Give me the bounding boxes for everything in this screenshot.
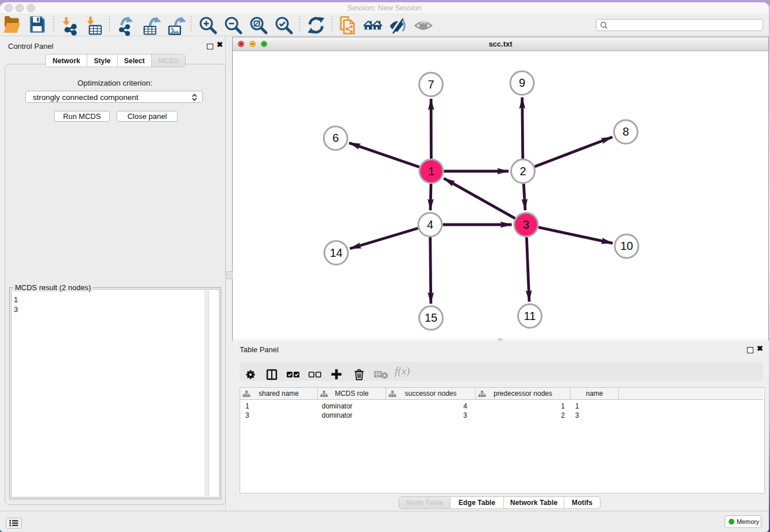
svg-text:1: 1: [428, 165, 434, 178]
svg-text:4: 4: [427, 218, 433, 231]
svg-text:9: 9: [519, 76, 525, 89]
svg-text:15: 15: [425, 311, 437, 324]
svg-text:3: 3: [523, 218, 529, 231]
svg-text:6: 6: [332, 132, 338, 144]
svg-text:10: 10: [620, 240, 633, 252]
svg-text:11: 11: [524, 310, 536, 322]
svg-text:14: 14: [330, 246, 342, 259]
svg-text:2: 2: [519, 165, 526, 178]
svg-text:7: 7: [428, 78, 434, 91]
svg-text:8: 8: [622, 125, 629, 138]
